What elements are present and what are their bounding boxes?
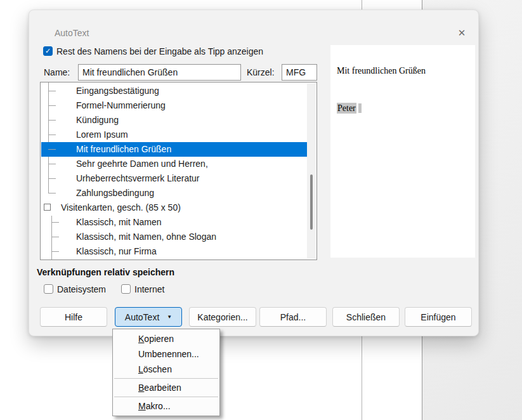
list-item-label: Lorem Ipsum [76, 128, 128, 142]
tree-branch-icon [48, 105, 56, 106]
name-input[interactable] [78, 64, 241, 81]
menu-item-bearbeiten[interactable]: Bearbeiten [113, 380, 219, 395]
list-item-label: Visitenkarten, gesch. (85 x 50) [61, 200, 181, 215]
filesystem-checkbox[interactable] [44, 284, 53, 294]
menu-separator [114, 397, 218, 397]
list-item[interactable]: Zahlungsbedingung [41, 186, 307, 200]
name-label: Name: [44, 67, 70, 77]
menu-item-kopieren[interactable]: Kopieren [113, 331, 219, 346]
menu-separator [114, 378, 218, 379]
list-item-label: Klassisch, nur Firma [76, 244, 157, 259]
list-item-label: Formel-Nummerierung [76, 98, 166, 113]
einfuegen-button[interactable]: Einfügen [405, 307, 472, 327]
autotext-dropdown-menu: KopierenUmbenennen...LöschenBearbeitenMa… [112, 329, 220, 416]
tree-branch-icon [48, 193, 56, 194]
tree-branch-icon [48, 164, 56, 164]
hilfe-button[interactable]: Hilfe [40, 307, 107, 327]
list-item[interactable]: Klassisch, mit Namen, ohne Slogan [41, 230, 307, 244]
internet-checkbox[interactable] [121, 284, 131, 294]
close-icon[interactable]: ✕ [454, 25, 469, 41]
pfad-button[interactable]: Pfad... [259, 307, 327, 327]
list-item-label: Mit freundlichen Grüßen [76, 142, 171, 157]
list-item-label: Klassisch, mit Namen [76, 215, 162, 230]
menu-item-löschen[interactable]: Löschen [113, 362, 219, 377]
list-item[interactable]: Kündigung [41, 113, 307, 128]
menu-item-umbenennen[interactable]: Umbenennen... [113, 346, 219, 362]
preview-text-line2: Peter [337, 103, 362, 114]
tree-branch-icon [51, 251, 59, 252]
screen: AutoText ✕ ✓ Rest des Namens bei der Ein… [0, 0, 522, 420]
tree-expander-icon[interactable] [44, 204, 51, 211]
shortcut-label: Kürzel: [247, 67, 275, 77]
relative-links-section-label: Verknüpfungen relativ speichern [37, 267, 174, 277]
list-item-label: Sehr geehrte Damen und Herren, [76, 157, 208, 171]
list-item[interactable]: Sehr geehrte Damen und Herren, [41, 157, 307, 171]
list-item[interactable]: Formel-Nummerierung [41, 98, 307, 113]
list-item-label: Klassisch, mit Namen, ohne Slogan [76, 230, 216, 244]
list-scrollbar[interactable] [307, 83, 316, 259]
list-item[interactable]: Lorem Ipsum [41, 128, 307, 142]
autotext-dialog: AutoText ✕ ✓ Rest des Namens bei der Ein… [29, 10, 479, 336]
preview-selected-field: Peter [337, 103, 356, 114]
list-item-label: Eingangsbestätigung [76, 84, 159, 98]
preview-cursor [358, 103, 362, 113]
dialog-title: AutoText [55, 28, 89, 38]
tree-branch-icon [48, 91, 56, 91]
tree-branch-icon [51, 237, 59, 237]
internet-checkbox-label: Internet [134, 284, 164, 294]
tip-checkbox[interactable]: ✓ [43, 46, 53, 56]
filesystem-checkbox-label: Dateisystem [57, 284, 106, 294]
autotext-list[interactable]: EingangsbestätigungFormel-NummerierungKü… [40, 82, 317, 260]
list-item[interactable]: Eingangsbestätigung [41, 84, 307, 98]
tree-branch-icon [48, 149, 56, 150]
scrollbar-thumb[interactable] [310, 174, 313, 230]
list-item-label: Zahlungsbedingung [76, 186, 154, 200]
schliessen-button[interactable]: Schließen [332, 307, 400, 327]
tree-branch-icon [48, 120, 56, 121]
dropdown-arrow-icon: ▼ [167, 314, 172, 320]
preview-pane: Mit freundlichen Grüßen Peter [330, 45, 475, 258]
preview-text-line1: Mit freundlichen Grüßen [337, 66, 426, 76]
list-item[interactable]: Urheberrechtsvermerk Literatur [41, 171, 307, 186]
tree-branch-icon [51, 222, 59, 223]
menu-item-makro[interactable]: Makro... [113, 398, 219, 414]
tip-checkbox-label: Rest des Namens bei der Eingabe als Tipp… [56, 46, 263, 56]
tree-branch-icon [48, 178, 56, 179]
list-item-label: Kündigung [76, 113, 119, 128]
autotext-menu-button[interactable]: AutoText▼ [115, 307, 182, 327]
list-item[interactable]: Mit freundlichen Grüßen [41, 142, 307, 157]
list-item[interactable]: Visitenkarten, gesch. (85 x 50) [41, 200, 307, 215]
check-icon: ✓ [45, 48, 51, 55]
kategorien-button[interactable]: Kategorien... [189, 307, 256, 327]
list-item[interactable]: Klassisch, nur Firma [41, 244, 307, 259]
list-item[interactable]: Klassisch, mit Namen [41, 215, 307, 230]
tree-branch-icon [48, 135, 56, 135]
shortcut-input[interactable] [282, 64, 317, 81]
autotext-list-rows: EingangsbestätigungFormel-NummerierungKü… [41, 84, 307, 259]
list-item-label: Urheberrechtsvermerk Literatur [76, 171, 200, 186]
